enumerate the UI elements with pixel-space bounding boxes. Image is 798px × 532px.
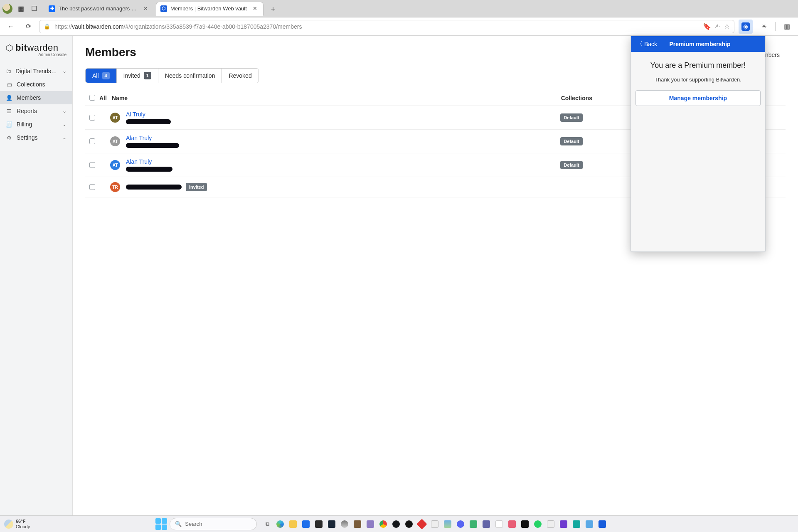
nav-back-button[interactable]: ← <box>4 20 17 33</box>
sidebar-item-reports[interactable]: ☰ Reports ⌄ <box>0 104 72 118</box>
member-name-link[interactable]: Alan Truly <box>126 135 152 141</box>
nav-refresh-button[interactable]: ⟳ <box>22 20 35 33</box>
row-name-stack: Alan Truly <box>126 135 179 148</box>
whatsapp-icon[interactable] <box>533 520 542 529</box>
shopping-icon[interactable]: 🔖 <box>703 22 711 30</box>
sidebar-item-settings[interactable]: ⚙ Settings ⌄ <box>0 131 72 144</box>
new-tab-button[interactable]: ＋ <box>267 2 279 15</box>
mail-icon[interactable] <box>546 520 555 529</box>
brand-bold: bit <box>15 42 27 53</box>
filter-tab-label: Invited <box>123 72 140 79</box>
row-checkbox[interactable] <box>89 162 95 168</box>
app-icon[interactable] <box>559 520 568 529</box>
sidebar-item-collections[interactable]: 🗃 Collections <box>0 78 72 91</box>
weather-cond: Cloudy <box>16 524 30 529</box>
chrome-icon[interactable] <box>379 520 388 529</box>
app-icon[interactable] <box>430 520 439 529</box>
row-checkbox[interactable] <box>89 184 95 190</box>
checkbox-all[interactable] <box>89 95 95 101</box>
app-icon[interactable] <box>340 520 349 529</box>
manage-membership-button[interactable]: Manage membership <box>635 90 761 106</box>
filter-tab-revoked[interactable]: Revoked <box>222 69 258 83</box>
col-check-all: All <box>85 95 110 101</box>
app-icon[interactable] <box>495 520 504 529</box>
collection-badge: Default <box>560 161 582 169</box>
bitwarden-shield-icon: ◈ <box>741 22 750 31</box>
extension-heading: You are a Premium member! <box>635 61 761 70</box>
row-name-stack: Invited <box>126 183 207 191</box>
taskbar-weather[interactable]: 66°F Cloudy <box>4 519 30 529</box>
row-name-stack: Alan Truly <box>126 158 172 172</box>
filter-tab-invited[interactable]: Invited 1 <box>117 69 158 83</box>
browser-tab-1[interactable]: ⬡ Members | Bitwarden Web vault ✕ <box>156 2 264 16</box>
row-checkbox[interactable] <box>89 115 95 121</box>
row-check-cell <box>85 162 110 168</box>
sidebar-item-label: Digital Trends revi... <box>15 68 58 74</box>
edge-icon[interactable] <box>276 520 285 529</box>
browser-tabs: ✚ The best password managers for ✕ ⬡ Mem… <box>44 2 264 16</box>
app-icon[interactable] <box>469 520 478 529</box>
taskbar-pinned-apps: ⧉ <box>263 520 607 529</box>
start-button[interactable] <box>155 518 167 530</box>
tab-title: Members | Bitwarden Web vault <box>170 5 247 12</box>
discord-icon[interactable] <box>456 520 465 529</box>
taskview-icon[interactable]: ⧉ <box>263 520 272 529</box>
tab-favicon-icon: ⬡ <box>160 5 167 12</box>
member-name-link[interactable]: Al Truly <box>126 111 145 118</box>
avatar: AT <box>110 160 120 170</box>
lock-icon: 🔒 <box>44 23 50 30</box>
reports-icon: ☰ <box>6 108 12 114</box>
gear-icon: ⚙ <box>6 135 12 141</box>
filter-tab-count: 4 <box>102 72 110 79</box>
read-aloud-icon[interactable]: A⁾ <box>715 24 720 30</box>
steam-icon[interactable] <box>392 520 401 529</box>
app-icon[interactable] <box>404 520 414 529</box>
app-icon[interactable] <box>572 520 581 529</box>
app-icon[interactable] <box>314 520 323 529</box>
app-icon[interactable] <box>585 520 594 529</box>
filter-tab-all[interactable]: All 4 <box>86 69 117 83</box>
chevron-down-icon: ⌄ <box>62 108 66 114</box>
filter-tab-needs-confirmation[interactable]: Needs confirmation <box>158 69 222 83</box>
app-icon[interactable] <box>443 520 452 529</box>
tab-close-icon[interactable]: ✕ <box>253 5 257 12</box>
extensions-icon[interactable]: ✴ <box>757 20 771 34</box>
row-checkbox[interactable] <box>89 138 95 144</box>
url-field[interactable]: 🔒 https://vault.bitwarden.com/#/organiza… <box>39 20 734 33</box>
app-icon[interactable] <box>417 520 426 529</box>
members-icon: 👤 <box>6 95 12 101</box>
avatar: AT <box>110 113 120 123</box>
bitwarden-taskbar-icon[interactable] <box>598 520 607 529</box>
store-icon[interactable] <box>301 520 310 529</box>
workspaces-icon[interactable]: ▦ <box>16 4 26 14</box>
tab-close-icon[interactable]: ✕ <box>143 5 148 12</box>
app-icon[interactable] <box>520 520 530 529</box>
app-icon[interactable] <box>507 520 517 529</box>
tab-favicon-icon: ✚ <box>49 5 55 12</box>
app-icon[interactable] <box>353 520 362 529</box>
app-icon[interactable] <box>327 520 336 529</box>
bitwarden-extension-button[interactable]: ◈ <box>739 20 753 34</box>
head-name-label: Name <box>110 95 561 101</box>
redacted-text <box>126 143 179 148</box>
split-screen-icon[interactable]: ▥ <box>780 20 794 34</box>
weather-text: 66°F Cloudy <box>16 519 30 529</box>
taskbar-search[interactable]: 🔍 Search <box>170 518 257 530</box>
weather-icon <box>4 520 13 529</box>
browser-tab-0[interactable]: ✚ The best password managers for ✕ <box>44 2 154 16</box>
sidebar-item-label: Members <box>17 94 41 101</box>
extension-panel: 〈 Back Premium membership You are a Prem… <box>631 36 766 252</box>
teams-icon[interactable] <box>482 520 491 529</box>
tab-actions-icon[interactable]: ☐ <box>29 4 39 14</box>
sidebar-item-billing[interactable]: 🧾 Billing ⌄ <box>0 118 72 131</box>
tab-title: The best password managers for <box>59 5 138 12</box>
member-name-link[interactable]: Alan Truly <box>126 158 152 165</box>
favorite-icon[interactable]: ☆ <box>724 22 730 30</box>
explorer-icon[interactable] <box>288 520 298 529</box>
app-icon[interactable] <box>366 520 375 529</box>
profile-avatar-icon[interactable] <box>2 4 12 14</box>
redacted-text <box>126 167 172 172</box>
sidebar-item-members[interactable]: 👤 Members <box>0 91 72 104</box>
url-text: https://vault.bitwarden.com/#/organizati… <box>54 23 699 30</box>
sidebar-item-organization[interactable]: 🗂 Digital Trends revi... ⌄ <box>0 64 72 78</box>
